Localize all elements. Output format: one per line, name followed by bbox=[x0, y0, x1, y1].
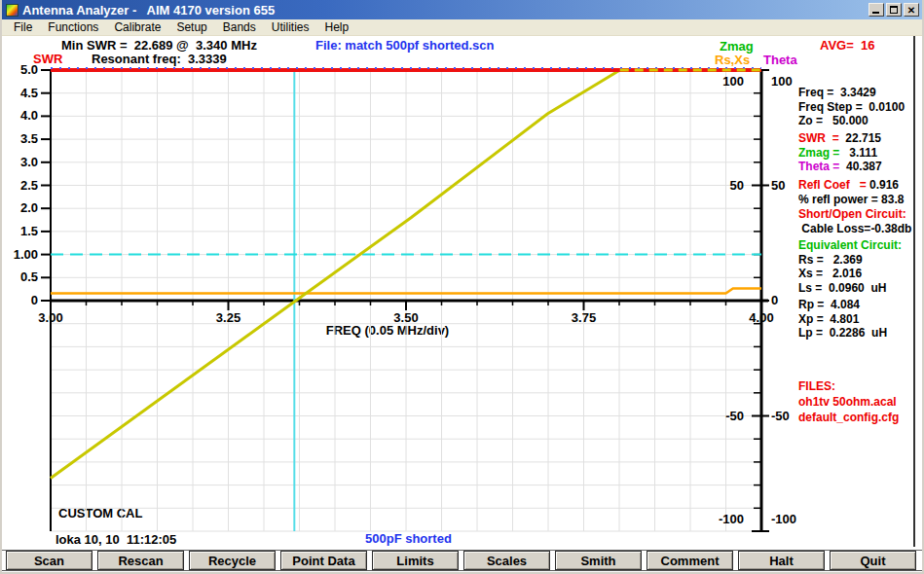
min-swr-readout: Min SWR = 22.689 @ 3.340 MHz bbox=[61, 38, 257, 53]
readings-group-4: Equivalent Circuit:Rs = 2.369Xs = 2.016L… bbox=[798, 238, 924, 295]
reading-row: oh1tv 50ohm.acal bbox=[798, 395, 924, 411]
readings-group-6: FILES:oh1tv 50ohm.acaldefault_config.cfg bbox=[798, 379, 924, 427]
rsxs-legend: Rs,Xs bbox=[715, 53, 750, 67]
rsxs-tick-label: 50 bbox=[730, 178, 744, 193]
readings-group-3: Short/Open Circuit: Cable Loss=-0.38db bbox=[798, 207, 924, 235]
reading-row: Short/Open Circuit: bbox=[798, 207, 924, 222]
readings-group-1: SWR = 22.715Zmag = 3.111Theta = 40.387 bbox=[798, 131, 924, 174]
halt-button[interactable]: Halt bbox=[738, 551, 825, 570]
reading-row: Rp = 4.084 bbox=[798, 298, 924, 312]
resonant-freq-readout: Resonant freq: 3.3339 bbox=[92, 52, 227, 66]
rsxs-tick-label: 100 bbox=[722, 74, 744, 89]
button-bar: ScanRescanRecyclePoint DataLimitsScalesS… bbox=[2, 550, 922, 571]
chart: FREQ (0.05 MHz/div) CUSTOM CAL 5.04.54.0… bbox=[2, 0, 924, 547]
reading-row: SWR = 22.715 bbox=[798, 131, 924, 146]
swr-tick-label: 0.5 bbox=[20, 269, 38, 284]
smith-button[interactable]: Smith bbox=[555, 551, 642, 570]
swr-tick-label: 4.5 bbox=[20, 86, 38, 100]
rsxs-tick-label: -100 bbox=[719, 512, 744, 526]
scales-button[interactable]: Scales bbox=[463, 551, 550, 570]
theta-tick-label: 0 bbox=[771, 293, 778, 307]
rescan-button[interactable]: Rescan bbox=[97, 551, 184, 570]
swr-tick-label: 3.0 bbox=[20, 155, 38, 169]
readings-group-2: Refl Coef = 0.916% refl power = 83.8 bbox=[798, 178, 924, 206]
loaded-file-label: File: match 500pf shorted.scn bbox=[315, 38, 495, 53]
reading-row: FILES: bbox=[798, 379, 924, 395]
swr-tick-label: 4.0 bbox=[20, 108, 38, 123]
swr-axis-title: SWR bbox=[33, 52, 62, 66]
freq-axis-title: FREQ (0.05 MHz/div) bbox=[326, 323, 449, 338]
readings-group-0: Freq = 3.3429Freq Step = 0.0100Zo = 50.0… bbox=[798, 86, 924, 128]
swr-tick-label: 1.5 bbox=[20, 224, 38, 238]
reading-row: Equivalent Circuit: bbox=[798, 238, 924, 253]
reading-row: Refl Coef = 0.916 bbox=[798, 178, 924, 193]
reading-row: Xp = 4.801 bbox=[798, 312, 924, 327]
freq-tick-label: 3.50 bbox=[393, 310, 418, 325]
swr-tick-label: 2.5 bbox=[20, 178, 38, 193]
reading-row: Ls = 0.0960 uH bbox=[798, 281, 924, 296]
recycle-button[interactable]: Recycle bbox=[189, 551, 276, 570]
theta-tick-label: 50 bbox=[771, 178, 785, 193]
content-right-border bbox=[913, 36, 915, 547]
swr-tick-label: 2.0 bbox=[20, 200, 38, 215]
zmag-legend: Zmag bbox=[720, 39, 754, 54]
quit-button[interactable]: Quit bbox=[830, 551, 916, 570]
datetime-label: loka 10, 10 11:12:05 bbox=[55, 532, 176, 547]
reading-row: Cable Loss=-0.38db bbox=[798, 222, 924, 236]
point-data-button[interactable]: Point Data bbox=[280, 551, 367, 570]
theta-tick-label: -100 bbox=[771, 512, 796, 526]
theta-tick-label: 100 bbox=[771, 74, 793, 89]
limits-button[interactable]: Limits bbox=[372, 551, 459, 570]
reading-row: Lp = 0.2286 uH bbox=[798, 326, 924, 341]
avg-readout: AVG= 16 bbox=[820, 38, 874, 53]
reading-row: Rs = 2.369 bbox=[798, 253, 924, 268]
reading-row: Theta = 40.387 bbox=[798, 160, 924, 174]
swr-tick-label: 3.5 bbox=[20, 131, 38, 146]
reading-row: % refl power = 83.8 bbox=[798, 193, 924, 207]
theta-legend: Theta bbox=[763, 53, 797, 67]
reading-row: Freq = 3.3429 bbox=[798, 86, 924, 100]
freq-tick-label: 3.75 bbox=[572, 310, 596, 325]
reading-row: Freq Step = 0.0100 bbox=[798, 100, 924, 115]
theta-tick-label: -50 bbox=[771, 409, 790, 423]
swr-tick-label: 1.00 bbox=[14, 247, 38, 262]
swr-tick-label: 0 bbox=[31, 293, 38, 307]
readings-group-5: Rp = 4.084Xp = 4.801Lp = 0.2286 uH bbox=[798, 298, 924, 341]
freq-tick-label: 3.00 bbox=[38, 310, 62, 325]
freq-tick-label: 4.00 bbox=[749, 310, 773, 325]
reading-row: Xs = 2.016 bbox=[798, 267, 924, 281]
reading-row: Zo = 50.000 bbox=[798, 114, 924, 128]
reading-row: default_config.cfg bbox=[798, 411, 924, 426]
rsxs-tick-label: -50 bbox=[725, 409, 744, 423]
freq-tick-label: 3.25 bbox=[216, 310, 240, 325]
comment-button[interactable]: Comment bbox=[647, 551, 733, 570]
app-window: Antenna Analyzer - AIM 4170 version 655 … bbox=[0, 0, 924, 574]
scan-button[interactable]: Scan bbox=[6, 551, 92, 570]
scan-name-label: 500pF shorted bbox=[365, 531, 452, 546]
reading-row: Zmag = 3.111 bbox=[798, 146, 924, 161]
